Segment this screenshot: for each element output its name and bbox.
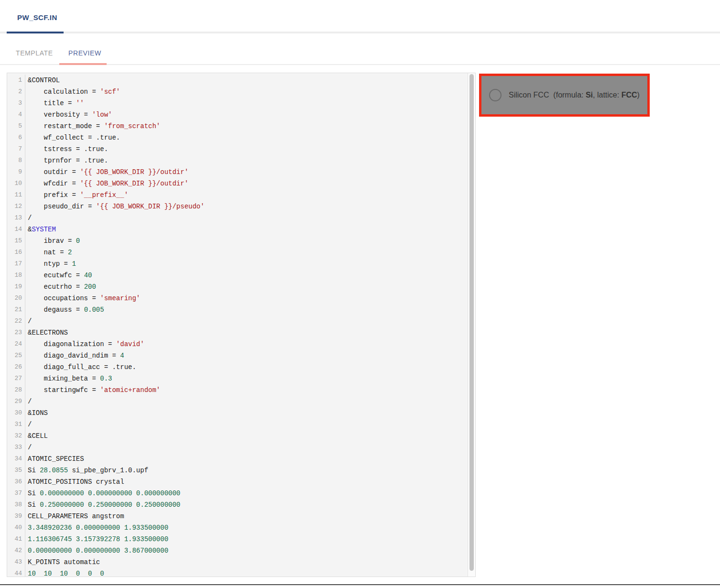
code-editor[interactable]: 1&CONTROL2 calculation = 'scf'3 title = …	[7, 73, 476, 577]
line-number: 24	[7, 338, 25, 350]
line-number: 33	[7, 442, 25, 453]
code-line-text: diago_full_acc = .true.	[25, 361, 136, 373]
file-tab-pw-scf-in[interactable]: PW_SCF.IN	[17, 13, 57, 22]
editor-scrollbar-thumb[interactable]	[469, 74, 474, 571]
code-line-text: nat = 2	[25, 247, 72, 258]
code-line-text: /	[25, 396, 32, 407]
line-number: 42	[7, 545, 25, 556]
code-line-text: diago_david_ndim = 4	[25, 350, 124, 361]
line-number: 25	[7, 350, 25, 361]
code-line: 31/	[7, 419, 475, 430]
code-line: 28 startingwfc = 'atomic+random'	[7, 384, 475, 396]
code-line: 7 tstress = .true.	[7, 143, 475, 155]
code-line: 34ATOMIC_SPECIES	[7, 453, 475, 465]
line-number: 41	[7, 534, 25, 545]
code-line-text: 1.116306745 3.157392278 1.933500000	[25, 534, 168, 545]
code-line-text: degauss = 0.005	[25, 304, 104, 316]
code-line: 36ATOMIC_POSITIONS crystal	[7, 476, 475, 488]
line-number: 40	[7, 522, 25, 534]
code-line-text: &IONS	[25, 407, 48, 419]
material-option-label: Silicon FCC (formula: Si, lattice: FCC)	[509, 91, 640, 99]
code-line: 411.116306745 3.157392278 1.933500000	[7, 534, 475, 545]
code-line-text: /	[25, 419, 32, 430]
code-line-text: ATOMIC_SPECIES	[25, 453, 84, 465]
code-line-text: verbosity = 'low'	[25, 109, 112, 120]
code-line-text: CELL_PARAMETERS angstrom	[25, 511, 124, 522]
code-line-text: Si 0.250000000 0.250000000 0.250000000	[25, 499, 180, 511]
code-line-text: outdir = '{{ JOB_WORK_DIR }}/outdir'	[25, 166, 188, 178]
line-number: 21	[7, 304, 25, 316]
code-line: 10 wfcdir = '{{ JOB_WORK_DIR }}/outdir'	[7, 178, 475, 189]
line-number: 16	[7, 247, 25, 258]
code-line-text: ecutrho = 200	[25, 281, 96, 293]
code-line-text: &ELECTRONS	[25, 327, 68, 338]
line-number: 17	[7, 258, 25, 270]
line-number: 44	[7, 568, 25, 577]
line-number: 22	[7, 316, 25, 327]
radio-button-icon[interactable]	[489, 89, 502, 101]
code-line: 35Si 28.0855 si_pbe_gbrv_1.0.upf	[7, 465, 475, 476]
code-line-text: &CONTROL	[25, 75, 60, 86]
tab-preview-active-indicator	[59, 63, 107, 65]
code-line-text: &SYSTEM	[25, 224, 56, 235]
code-line: 13/	[7, 212, 475, 224]
code-line-text: mixing_beta = 0.3	[25, 373, 112, 384]
line-number: 23	[7, 327, 25, 338]
code-line: 18 ecutwfc = 40	[7, 270, 475, 281]
line-number: 7	[7, 143, 25, 155]
line-number: 6	[7, 132, 25, 143]
code-line: 9 outdir = '{{ JOB_WORK_DIR }}/outdir'	[7, 166, 475, 178]
code-line-text: ecutwfc = 40	[25, 270, 92, 281]
editor-scrollbar[interactable]	[468, 73, 475, 577]
line-number: 30	[7, 407, 25, 419]
code-line: 5 restart_mode = 'from_scratch'	[7, 120, 475, 132]
line-number: 37	[7, 488, 25, 499]
line-number: 32	[7, 430, 25, 442]
line-number: 14	[7, 224, 25, 235]
line-number: 29	[7, 396, 25, 407]
code-line-text: /	[25, 212, 32, 224]
code-line: 32&CELL	[7, 430, 475, 442]
code-line: 23&ELECTRONS	[7, 327, 475, 338]
code-line: 15 ibrav = 0	[7, 235, 475, 247]
line-number: 3	[7, 98, 25, 109]
line-number: 2	[7, 86, 25, 98]
code-line-text: &CELL	[25, 430, 48, 442]
code-line-text: 3.348920236 0.000000000 1.933500000	[25, 522, 168, 534]
line-number: 28	[7, 384, 25, 396]
code-line: 1&CONTROL	[7, 75, 475, 86]
code-line-text: K_POINTS automatic	[25, 556, 100, 568]
code-lines: 1&CONTROL2 calculation = 'scf'3 title = …	[7, 73, 475, 577]
line-number: 31	[7, 419, 25, 430]
code-line: 14&SYSTEM	[7, 224, 475, 235]
line-number: 18	[7, 270, 25, 281]
code-line-text: ntyp = 1	[25, 258, 76, 270]
code-line: 22/	[7, 316, 475, 327]
bottom-frame-divider	[0, 584, 720, 585]
code-line: 38Si 0.250000000 0.250000000 0.250000000	[7, 499, 475, 511]
code-line-text: occupations = 'smearing'	[25, 293, 140, 304]
code-line: 29/	[7, 396, 475, 407]
code-line-text: startingwfc = 'atomic+random'	[25, 384, 160, 396]
code-line-text: wfcdir = '{{ JOB_WORK_DIR }}/outdir'	[25, 178, 188, 189]
code-line: 43K_POINTS automatic	[7, 556, 475, 568]
line-number: 8	[7, 155, 25, 166]
code-line: 4410 10 10 0 0 0	[7, 568, 475, 577]
code-line: 2 calculation = 'scf'	[7, 86, 475, 98]
code-line: 11 prefix = '__prefix__'	[7, 189, 475, 201]
tab-preview[interactable]: PREVIEW	[68, 49, 101, 57]
line-number: 15	[7, 235, 25, 247]
code-line-text: Si 28.0855 si_pbe_gbrv_1.0.upf	[25, 465, 148, 476]
material-option-silicon-fcc[interactable]: Silicon FCC (formula: Si, lattice: FCC)	[479, 74, 650, 117]
tab-template[interactable]: TEMPLATE	[16, 49, 53, 57]
code-line: 25 diago_david_ndim = 4	[7, 350, 475, 361]
code-line-text: prefix = '__prefix__'	[25, 189, 128, 201]
line-number: 1	[7, 75, 25, 86]
code-line: 3 title = ''	[7, 98, 475, 109]
code-line: 403.348920236 0.000000000 1.933500000	[7, 522, 475, 534]
code-line: 19 ecutrho = 200	[7, 281, 475, 293]
code-line-text: Si 0.000000000 0.000000000 0.000000000	[25, 488, 180, 499]
line-number: 38	[7, 499, 25, 511]
code-line: 8 tprnfor = .true.	[7, 155, 475, 166]
line-number: 39	[7, 511, 25, 522]
